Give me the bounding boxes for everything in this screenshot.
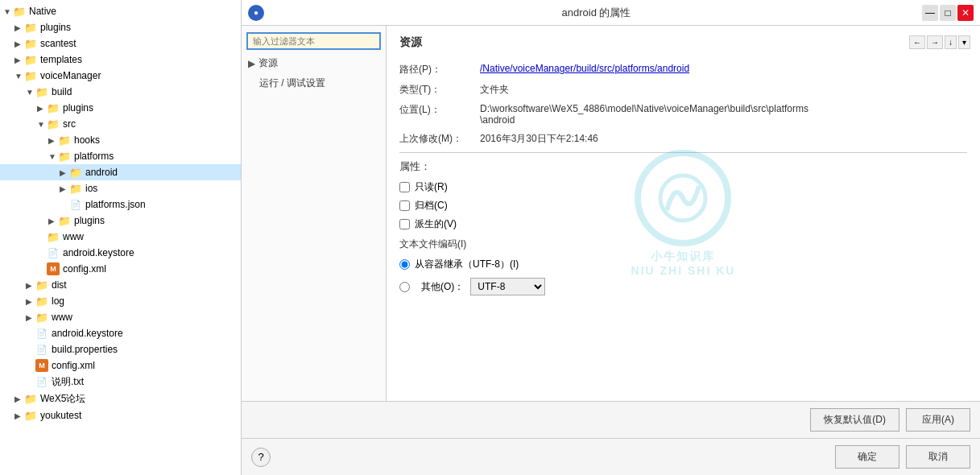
- tree-label: platforms: [74, 151, 114, 162]
- nav-arrows: ← → ↓ ▾: [909, 35, 970, 49]
- tree-label: scantest: [40, 38, 76, 49]
- folder-icon: 📁: [58, 214, 71, 227]
- inherit-radio[interactable]: [399, 259, 410, 270]
- tree-label: src: [63, 118, 76, 130]
- nav-item-resources[interactable]: ▶ 资源: [242, 53, 386, 73]
- tree-item[interactable]: ▶📁templates: [0, 52, 241, 68]
- nav-arrow-resources: ▶: [248, 58, 255, 69]
- tree-label: WeX5论坛: [40, 392, 85, 406]
- minimize-button[interactable]: —: [922, 5, 938, 21]
- tree-arrow: ▶: [14, 39, 23, 48]
- folder-icon: 📁: [24, 393, 37, 406]
- tree-item[interactable]: 📄android.keystore: [0, 245, 241, 261]
- tree-label: dist: [52, 279, 67, 291]
- tree-item[interactable]: Mconfig.xml: [0, 357, 241, 374]
- tree-item[interactable]: ▼📁src: [0, 116, 241, 132]
- prop-value-path[interactable]: /Native/voiceManager/build/src/platforms…: [480, 63, 967, 74]
- checkbox-readonly: 只读(R): [399, 180, 967, 194]
- tree-item[interactable]: ▶📁plugins: [0, 213, 241, 229]
- tree-item[interactable]: ▶📁youkutest: [0, 407, 241, 423]
- folder-icon: 📁: [24, 53, 37, 66]
- divider: [399, 152, 967, 153]
- folder-icon: 📁: [47, 230, 60, 243]
- tree-label: plugins: [74, 215, 105, 226]
- help-button[interactable]: ?: [251, 448, 271, 467]
- tree-item[interactable]: 📄android.keystore: [0, 325, 241, 341]
- tree-item[interactable]: 📄platforms.json: [0, 196, 241, 213]
- tree-arrow: ▶: [60, 184, 68, 193]
- tree-item[interactable]: 📁www: [0, 229, 241, 245]
- folder-icon: 📁: [47, 118, 60, 130]
- nav-label-debug: 运行 / 调试设置: [259, 76, 325, 90]
- dialog-body: ▶ 资源 运行 / 调试设置 ← → ↓ ▾ 资源: [242, 26, 980, 401]
- filter-input[interactable]: [246, 32, 381, 50]
- encoding-select[interactable]: UTF-8 GBK ISO-8859-1: [470, 278, 545, 295]
- nav-item-debug[interactable]: 运行 / 调试设置: [242, 73, 386, 93]
- readonly-checkbox[interactable]: [399, 182, 410, 192]
- properties-dialog: ● android 的属性 — □ ✕ ▶ 资源 运行 / 调试设置: [242, 0, 980, 475]
- folder-icon: 📁: [58, 134, 71, 147]
- tree-label: build: [52, 86, 72, 97]
- tree-item[interactable]: ▶📁ios: [0, 180, 241, 196]
- tree-label: config.xml: [52, 360, 95, 371]
- derived-checkbox[interactable]: [399, 219, 410, 229]
- other-radio[interactable]: [399, 282, 410, 292]
- back-button[interactable]: ←: [909, 35, 925, 49]
- archive-checkbox[interactable]: [399, 200, 410, 211]
- dialog-bottom-buttons: 恢复默认值(D) 应用(A): [242, 401, 980, 438]
- xml-icon: M: [47, 262, 60, 275]
- titlebar: ● android 的属性 — □ ✕: [242, 0, 980, 26]
- archive-label: 归档(C): [415, 199, 448, 213]
- dialog-content: ← → ↓ ▾ 资源 小牛知识库NIU ZHI SHI KU: [387, 26, 980, 401]
- ok-button[interactable]: 确定: [835, 445, 899, 469]
- tree-item[interactable]: ▼📁platforms: [0, 148, 241, 164]
- tree-item[interactable]: ▶📁plugins: [0, 19, 241, 35]
- tree-label: android.keystore: [63, 247, 134, 258]
- tree-label: plugins: [63, 102, 93, 114]
- tree-item[interactable]: ▶📁hooks: [0, 132, 241, 148]
- folder-icon: 📁: [24, 409, 37, 422]
- down-button[interactable]: ↓: [945, 35, 957, 49]
- tree-item[interactable]: ▶📁android: [0, 164, 241, 180]
- tree-label: plugins: [40, 22, 71, 33]
- close-button[interactable]: ✕: [957, 5, 974, 21]
- tree-item[interactable]: 📄build.properties: [0, 341, 241, 357]
- folder-icon: 📁: [35, 295, 48, 308]
- derived-label: 派生的(V): [415, 217, 457, 231]
- tree-item[interactable]: ▼📁build: [0, 84, 241, 100]
- checkbox-archive: 归档(C): [399, 199, 967, 213]
- cancel-button[interactable]: 取消: [906, 445, 970, 469]
- tree-label: build.properties: [52, 344, 118, 355]
- attr-title: 属性：: [399, 159, 967, 174]
- nav-label-resources: 资源: [258, 56, 278, 70]
- tree-label: youkutest: [40, 410, 81, 421]
- tree-item[interactable]: Mconfig.xml: [0, 261, 241, 277]
- menu-button[interactable]: ▾: [958, 35, 970, 49]
- tree-item[interactable]: ▼📁voiceManager: [0, 68, 241, 84]
- tree-item[interactable]: ▶📁WeX5论坛: [0, 390, 241, 407]
- tree-item[interactable]: ▶📁plugins: [0, 100, 241, 116]
- tree-arrow: ▶: [48, 136, 56, 145]
- folder-icon: 📁: [35, 311, 48, 324]
- tree-label: voiceManager: [40, 70, 101, 81]
- tree-item[interactable]: ▶📁scantest: [0, 35, 241, 52]
- tree-item[interactable]: ▶📁log: [0, 293, 241, 309]
- section-title: 资源: [399, 35, 967, 53]
- tree-item[interactable]: ▼📁Native: [0, 3, 241, 19]
- tree-arrow: ▶: [26, 297, 34, 306]
- forward-button[interactable]: →: [927, 35, 943, 49]
- file-icon: 📄: [35, 327, 48, 340]
- tree-arrow: ▼: [14, 72, 23, 81]
- folder-icon: 📁: [13, 5, 26, 18]
- tree-arrow: ▶: [48, 217, 56, 225]
- tree-arrow: ▼: [37, 120, 45, 129]
- tree-item[interactable]: ▶📁dist: [0, 277, 241, 293]
- tree-item[interactable]: ▶📁www: [0, 309, 241, 325]
- tree-label: ios: [85, 183, 97, 194]
- maximize-button[interactable]: □: [940, 5, 956, 21]
- tree-label: hooks: [74, 134, 100, 146]
- apply-button[interactable]: 应用(A): [906, 408, 970, 432]
- restore-defaults-button[interactable]: 恢复默认值(D): [810, 408, 899, 432]
- tree-item[interactable]: 📄说明.txt: [0, 374, 241, 390]
- folder-icon: 📁: [24, 21, 37, 34]
